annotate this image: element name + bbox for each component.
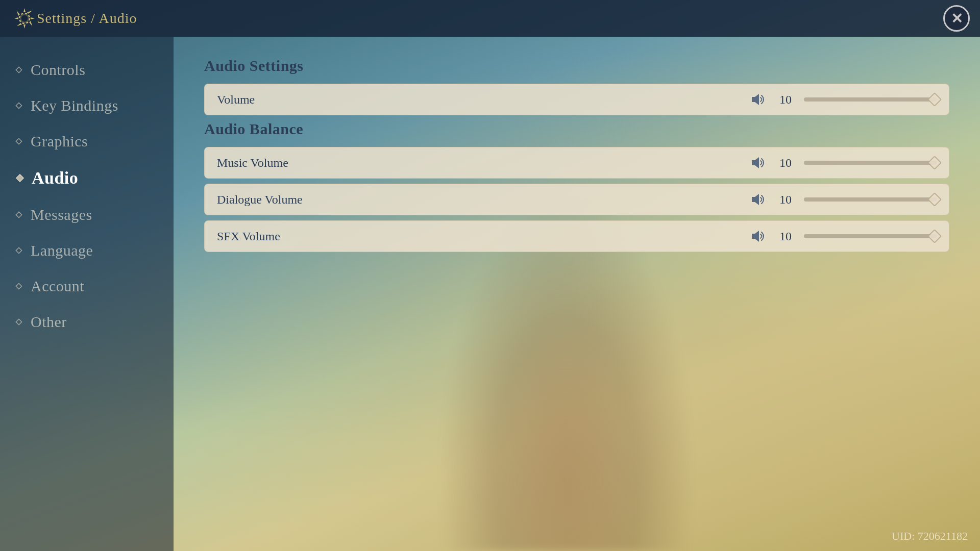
svg-point-1 [19,13,30,23]
topbar-title: Settings / Audio [37,10,137,27]
music-volume-value: 10 [775,156,796,170]
close-button[interactable]: ✕ [943,5,970,32]
dialogue-volume-slider[interactable] [804,197,937,202]
music-volume-icon [749,154,767,172]
sfx-volume-slider[interactable] [804,234,937,238]
topbar: Settings / Audio ✕ [0,0,980,37]
sidebar: Controls Key Bindings Graphics Audio Mes… [0,37,174,551]
main-content: Audio Settings Volume 10 Audio Balance M… [174,37,980,551]
sidebar-item-other[interactable]: Other [0,304,174,340]
sidebar-item-messages[interactable]: Messages [0,197,174,233]
volume-slider-row: Volume 10 [204,84,949,115]
svg-marker-12 [752,194,759,205]
svg-rect-4 [16,138,21,144]
sfx-volume-slider-row: SFX Volume 10 [204,220,949,252]
sfx-volume-icon [749,227,767,245]
svg-rect-8 [16,283,21,289]
uid-label: UID: 720621182 [892,530,968,543]
sidebar-item-account[interactable]: Account [0,268,174,304]
volume-slider[interactable] [804,97,937,102]
sfx-volume-label: SFX Volume [217,230,749,243]
diamond-icon [15,211,22,218]
sidebar-item-controls[interactable]: Controls [0,52,174,88]
audio-balance-title: Audio Balance [204,120,949,138]
music-volume-slider[interactable] [804,161,937,165]
audio-settings-title: Audio Settings [204,57,949,74]
volume-icon [749,90,767,109]
music-volume-label: Music Volume [217,156,749,170]
dialogue-volume-value: 10 [775,193,796,207]
diamond-icon [15,102,22,109]
sidebar-item-language[interactable]: Language [0,233,174,268]
sidebar-item-graphics[interactable]: Graphics [0,123,174,159]
diamond-icon [15,66,22,73]
svg-marker-11 [752,157,759,168]
sidebar-item-audio[interactable]: Audio [0,159,174,197]
svg-rect-6 [16,212,21,217]
dialogue-volume-label: Dialogue Volume [217,193,749,207]
svg-rect-2 [16,67,21,72]
sidebar-item-key-bindings[interactable]: Key Bindings [0,88,174,123]
diamond-active-icon [15,173,24,183]
volume-value: 10 [775,93,796,107]
dialogue-volume-slider-row: Dialogue Volume 10 [204,184,949,215]
svg-marker-10 [752,94,759,105]
svg-rect-7 [16,247,21,253]
diamond-icon [15,318,22,325]
svg-marker-13 [752,231,759,242]
diamond-icon [15,138,22,145]
svg-rect-5 [16,174,23,182]
diamond-icon [15,247,22,254]
volume-label: Volume [217,93,749,107]
svg-rect-9 [16,319,21,324]
dialogue-volume-icon [749,190,767,209]
diamond-icon [15,283,22,290]
music-volume-slider-row: Music Volume 10 [204,147,949,179]
svg-rect-3 [16,103,21,108]
sfx-volume-value: 10 [775,230,796,243]
gear-icon [12,6,37,31]
